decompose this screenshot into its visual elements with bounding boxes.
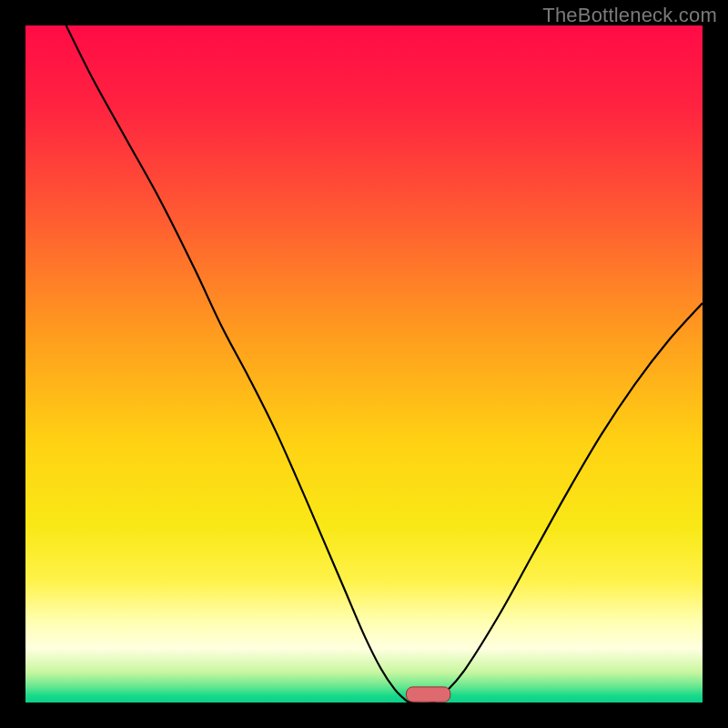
bottleneck-chart xyxy=(25,25,703,703)
gradient-background xyxy=(25,25,703,703)
watermark-label: TheBottleneck.com xyxy=(542,4,717,27)
plot-area xyxy=(25,25,703,703)
chart-frame: TheBottleneck.com xyxy=(0,0,728,728)
optimal-marker xyxy=(407,687,450,702)
